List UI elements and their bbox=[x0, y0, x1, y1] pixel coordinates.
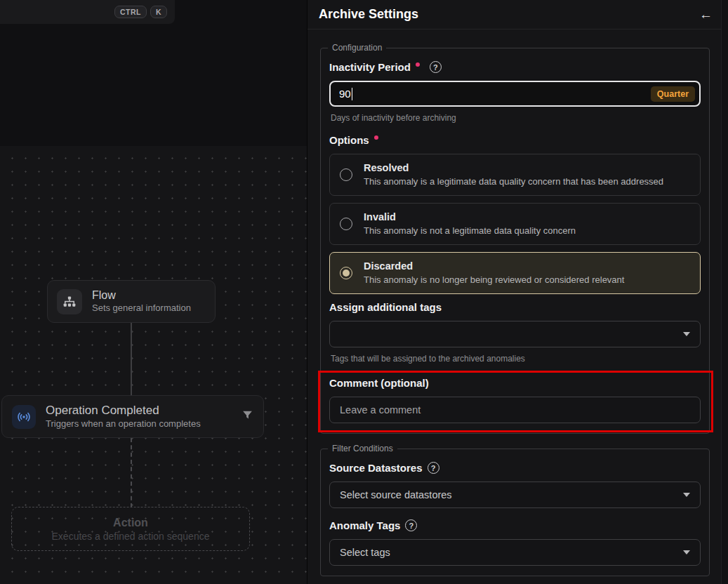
source-datastores-placeholder: Select source datastores bbox=[340, 489, 452, 500]
broadcast-icon bbox=[12, 405, 36, 429]
flow-canvas[interactable]: CTRL K Flow Sets general information bbox=[0, 0, 307, 584]
text-cursor bbox=[352, 88, 352, 100]
filter-icon[interactable] bbox=[241, 409, 253, 424]
option-title: Invalid bbox=[364, 211, 576, 225]
source-datastores-label: Source Datastores ? bbox=[329, 462, 701, 474]
flow-node[interactable]: Flow Sets general information bbox=[47, 280, 216, 323]
filter-conditions-legend: Filter Conditions bbox=[328, 444, 397, 453]
option-discarded[interactable]: Discarded This anomaly is no longer bein… bbox=[329, 252, 701, 294]
operation-node-subtitle: Triggers when an operation completes bbox=[46, 418, 229, 430]
option-title: Discarded bbox=[364, 260, 624, 274]
radio-unselected-icon[interactable] bbox=[340, 218, 352, 230]
inactivity-period-label: Inactivity Period ? bbox=[329, 61, 701, 73]
comment-label: Comment (optional) bbox=[329, 377, 701, 389]
chevron-down-icon bbox=[683, 332, 690, 336]
operation-node-title: Operation Completed bbox=[46, 403, 229, 418]
option-description: This anomaly is a legitimate data qualit… bbox=[364, 175, 663, 188]
anomaly-tags-dropdown[interactable]: Select tags bbox=[329, 539, 701, 566]
assign-tags-helper-text: Tags that will be assigned to the archiv… bbox=[331, 354, 701, 364]
radio-selected-icon[interactable] bbox=[340, 267, 352, 279]
flow-node-subtitle: Sets general information bbox=[92, 303, 206, 314]
kbd-ctrl: CTRL bbox=[114, 6, 147, 18]
search-bar[interactable]: CTRL K bbox=[0, 0, 175, 24]
anomaly-tags-placeholder: Select tags bbox=[340, 547, 390, 558]
sitemap-icon bbox=[57, 289, 82, 314]
source-datastores-dropdown[interactable]: Select source datastores bbox=[329, 482, 701, 508]
app-window: CTRL K Flow Sets general information bbox=[0, 0, 728, 584]
anomaly-tags-label: Anomaly Tags ? bbox=[329, 519, 701, 531]
option-invalid[interactable]: Invalid This anomaly is not a legitimate… bbox=[329, 203, 701, 245]
connector-flow-to-operation bbox=[131, 323, 132, 396]
configuration-legend: Configuration bbox=[328, 43, 386, 53]
option-resolved[interactable]: Resolved This anomaly is a legitimate da… bbox=[329, 154, 701, 196]
option-title: Resolved bbox=[364, 161, 663, 175]
help-icon[interactable]: ? bbox=[405, 519, 417, 531]
unit-badge[interactable]: Quarter bbox=[651, 86, 695, 102]
back-arrow-icon[interactable]: ← bbox=[699, 8, 713, 21]
inactivity-period-input[interactable]: 90 Quarter bbox=[329, 81, 701, 107]
scrollbar-track[interactable] bbox=[721, 0, 728, 584]
comment-section: Comment (optional) Leave a comment bbox=[329, 377, 701, 423]
flow-node-title: Flow bbox=[92, 288, 206, 303]
archive-settings-panel: Archive Settings ← Configuration Inactiv… bbox=[307, 0, 728, 584]
operation-completed-node[interactable]: Operation Completed Triggers when an ope… bbox=[1, 395, 264, 438]
chevron-down-icon bbox=[683, 550, 690, 555]
comment-input[interactable]: Leave a comment bbox=[329, 397, 701, 423]
action-node-title: Action bbox=[113, 517, 148, 529]
required-dot bbox=[416, 62, 420, 67]
help-icon[interactable]: ? bbox=[428, 462, 439, 474]
panel-title: Archive Settings bbox=[319, 7, 418, 22]
assign-tags-dropdown[interactable] bbox=[329, 321, 701, 347]
configuration-section: Configuration Inactivity Period ? 90 Qua… bbox=[320, 43, 710, 434]
radio-unselected-icon[interactable] bbox=[340, 168, 352, 181]
required-dot bbox=[374, 135, 378, 140]
action-placeholder-node[interactable]: Action Executes a defined action sequenc… bbox=[11, 507, 250, 551]
options-label: Options bbox=[329, 134, 701, 146]
option-description: This anomaly is not a legitimate data qu… bbox=[364, 225, 576, 237]
kbd-k: K bbox=[150, 6, 167, 18]
option-description: This anomaly is no longer being reviewed… bbox=[364, 274, 624, 286]
help-icon[interactable]: ? bbox=[430, 61, 442, 73]
filter-conditions-section: Filter Conditions Source Datastores ? Se… bbox=[320, 444, 710, 576]
panel-header: Archive Settings ← bbox=[307, 0, 728, 29]
connector-operation-to-action bbox=[131, 438, 132, 507]
assign-tags-label: Assign additional tags bbox=[329, 301, 701, 313]
inactivity-period-value: 90 bbox=[339, 88, 351, 100]
inactivity-helper-text: Days of inactivity before archiving bbox=[331, 113, 701, 123]
chevron-down-icon bbox=[683, 493, 690, 497]
action-node-subtitle: Executes a defined action sequence bbox=[52, 531, 210, 542]
comment-placeholder: Leave a comment bbox=[340, 404, 421, 416]
